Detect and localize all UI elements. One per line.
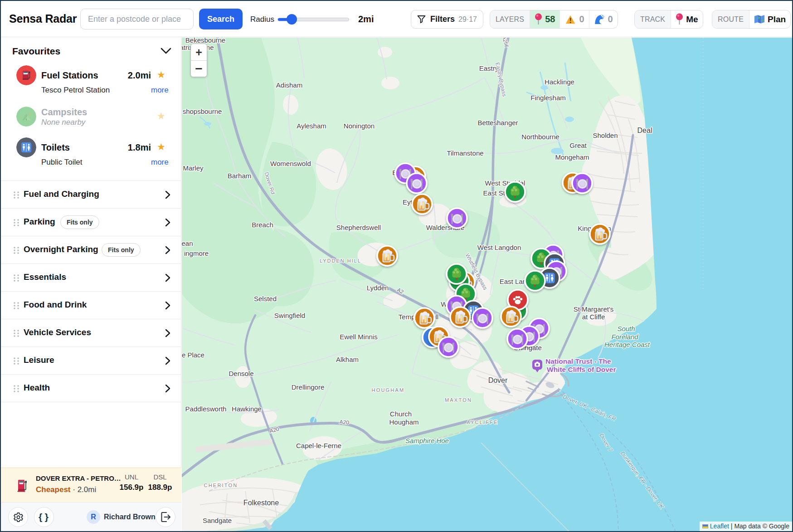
- svg-text:Tilmanstone: Tilmanstone: [447, 149, 483, 157]
- svg-text:Alkham: Alkham: [336, 356, 359, 363]
- svg-text:Marley: Marley: [183, 164, 204, 172]
- svg-text:Betteshanger: Betteshanger: [477, 119, 518, 127]
- svg-text:at Cliffe: at Cliffe: [582, 313, 605, 321]
- svg-text:Womenswold: Womenswold: [270, 160, 311, 167]
- svg-text:CHERITON: CHERITON: [204, 483, 238, 488]
- svg-text:Finglesham: Finglesham: [530, 94, 566, 102]
- svg-text:Sholden: Sholden: [593, 132, 618, 139]
- svg-text:Great: Great: [569, 142, 587, 149]
- svg-text:A20: A20: [339, 419, 350, 426]
- svg-text:HOUGHAM: HOUGHAM: [372, 387, 405, 393]
- svg-text:Bekesbourne: Bekesbourne: [185, 38, 225, 44]
- svg-text:ingmore: ingmore: [184, 249, 209, 257]
- svg-text:Densole: Densole: [229, 370, 253, 377]
- svg-text:Shepherdswell: Shepherdswell: [336, 224, 381, 231]
- svg-text:Church: Church: [390, 410, 412, 418]
- svg-text:Breach: Breach: [252, 221, 273, 229]
- svg-text:Nonington: Nonington: [344, 122, 375, 130]
- svg-text:West Langdon: West Langdon: [477, 244, 521, 251]
- svg-text:MAXTON: MAXTON: [445, 397, 472, 403]
- svg-text:Swingfield: Swingfield: [274, 312, 305, 319]
- svg-text:Dover: Dover: [488, 376, 508, 384]
- svg-text:Deal: Deal: [637, 127, 652, 134]
- svg-text:White Cliffs of Dover: White Cliffs of Dover: [547, 366, 616, 373]
- svg-text:shopsbourne: shopsbourne: [183, 107, 222, 115]
- svg-text:Aylesham: Aylesham: [297, 122, 326, 130]
- svg-text:National Trust - The: National Trust - The: [545, 357, 611, 365]
- svg-text:AYCLIFFE: AYCLIFFE: [467, 420, 498, 425]
- svg-text:Samphire Hoe: Samphire Hoe: [405, 437, 449, 444]
- svg-text:Folkestone: Folkestone: [243, 499, 279, 507]
- svg-text:ean: ean: [182, 239, 193, 247]
- svg-text:Mongeham: Mongeham: [555, 153, 589, 161]
- svg-text:Hougham: Hougham: [389, 418, 418, 426]
- svg-text:Capel-le-Ferne: Capel-le-Ferne: [296, 442, 341, 449]
- svg-text:Sandgate: Sandgate: [203, 517, 232, 524]
- svg-text:LYDDEN HILL: LYDDEN HILL: [320, 258, 361, 264]
- svg-text:St Margaret's: St Margaret's: [574, 305, 614, 313]
- svg-text:rise Place: rise Place: [182, 351, 204, 359]
- svg-text:Hawkinge: Hawkinge: [232, 405, 262, 413]
- svg-text:Ewell Minnis: Ewell Minnis: [340, 333, 377, 341]
- svg-text:South: South: [617, 325, 635, 332]
- svg-text:Selsted: Selsted: [254, 295, 277, 303]
- svg-text:Northbourne: Northbourne: [521, 133, 559, 141]
- svg-text:Barham: Barham: [228, 172, 252, 180]
- svg-text:Foreland: Foreland: [611, 333, 638, 341]
- svg-text:Adisham: Adisham: [276, 81, 302, 89]
- svg-text:Heritage Coast: Heritage Coast: [604, 341, 650, 348]
- svg-text:Drellingore: Drellingore: [292, 383, 325, 391]
- svg-text:Hacklinge: Hacklinge: [545, 78, 574, 86]
- svg-text:Lydden: Lydden: [367, 284, 389, 292]
- svg-text:Paddlesworth: Paddlesworth: [185, 405, 227, 413]
